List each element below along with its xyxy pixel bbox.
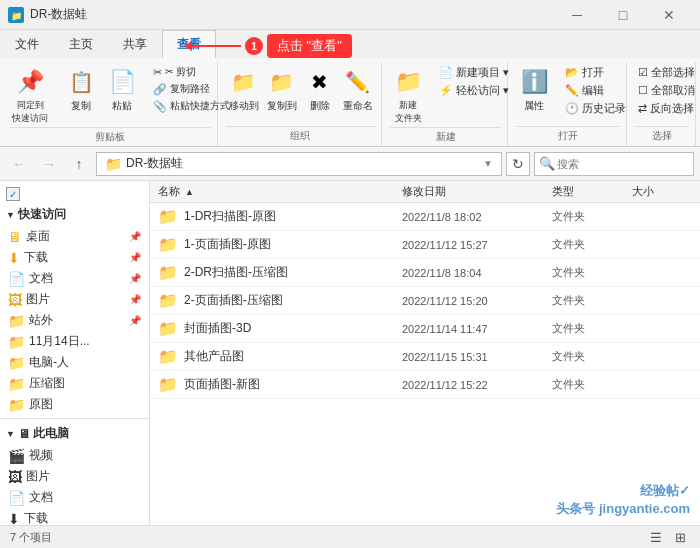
edit-icon: ✏️ [565,84,579,97]
invert-select-button[interactable]: ⇄ 反向选择 [635,100,698,117]
documents-label: 文档 [29,489,53,506]
copy-label: 复制 [71,99,91,113]
this-pc-icon: 🖥 [18,427,30,441]
compressed-icon: 📁 [8,376,25,392]
sidebar-divider [0,418,149,419]
file-name-5: 📁 其他产品图 [158,347,402,366]
copy-icon: 📋 [65,66,97,98]
delete-button[interactable]: ✖ 删除 [302,64,338,115]
organize-group: 📁 移动到 📁 复制到 ✖ 删除 ✏️ 重命名 组织 [220,62,383,146]
this-pc-label: 此电脑 [33,425,69,442]
new-folder-button[interactable]: 📁 新建文件夹 [390,64,426,127]
move-button[interactable]: 📁 移动到 [226,64,262,115]
file-row[interactable]: 📁 1-页面插图-原图 2022/11/12 15:27 文件夹 [150,231,700,259]
file-row[interactable]: 📁 其他产品图 2022/11/15 15:31 文件夹 [150,343,700,371]
select-none-button[interactable]: ☐ 全部取消 [635,82,698,99]
pin-button[interactable]: 📌 同定到快速访问 [10,64,50,127]
folder-icon-5: 📁 [158,347,178,366]
cut-icon: ✂ [153,66,162,79]
file-date-1: 2022/11/12 15:27 [402,239,552,251]
col-name[interactable]: 名称 ▲ [158,184,402,199]
copy-to-label: 复制到 [267,99,297,113]
open-button[interactable]: 📂 打开 [562,64,629,81]
new-group: 📁 新建文件夹 📄 新建项目 ▾ ⚡ 轻松访问 ▾ 新建 [384,62,508,146]
quick-check[interactable]: ✓ [6,187,20,201]
this-pc-header[interactable]: ▼ 🖥 此电脑 [0,422,149,445]
col-type[interactable]: 类型 [552,184,632,199]
back-button[interactable]: ← [6,151,32,177]
sidebar-item-pc-person[interactable]: 📁 电脑-人 [0,352,149,373]
file-row[interactable]: 📁 1-DR扫描图-原图 2022/11/8 18:02 文件夹 [150,203,700,231]
refresh-button[interactable]: ↻ [506,152,530,176]
sidebar-item-documents[interactable]: 📄 文档 [0,487,149,508]
file-row[interactable]: 📁 2-页面插图-压缩图 2022/11/12 15:20 文件夹 [150,287,700,315]
quick-access-button[interactable]: ⚡ 轻松访问 ▾ [436,82,512,99]
quick-access-icon: ⚡ [439,84,453,97]
address-path[interactable]: 📁 DR-数据蛙 ▼ [96,152,502,176]
file-row[interactable]: 📁 2-DR扫描图-压缩图 2022/11/8 18:04 文件夹 [150,259,700,287]
history-button[interactable]: 🕐 历史记录 [562,100,629,117]
images-icon: 🖼 [8,469,22,485]
forward-button[interactable]: → [36,151,62,177]
paste-label: 粘贴 [112,99,132,113]
close-button[interactable]: ✕ [646,0,692,30]
history-icon: 🕐 [565,102,579,115]
pin-indicator-4: 📌 [129,315,141,326]
search-box[interactable]: 🔍 [534,152,694,176]
minimize-button[interactable]: ─ [554,0,600,30]
tab-view[interactable]: 查看 [162,30,216,58]
up-button[interactable]: ↑ [66,151,92,177]
file-row[interactable]: 📁 封面插图-3D 2022/11/14 11:47 文件夹 [150,315,700,343]
sidebar-item-videos[interactable]: 🎬 视频 [0,445,149,466]
file-row[interactable]: 📁 页面插图-新图 2022/11/12 15:22 文件夹 [150,371,700,399]
downloads-icon: ⬇ [8,511,20,526]
col-size[interactable]: 大小 [632,184,692,199]
sidebar: ✓ ▼ 快速访问 🖥 桌面 📌 ⬇ 下载 📌 📄 文档 📌 🖼 图片 📌 [0,181,150,525]
rename-button[interactable]: ✏️ 重命名 [340,64,376,115]
file-type-1: 文件夹 [552,237,632,252]
sidebar-item-nov14[interactable]: 📁 11月14日... [0,331,149,352]
tab-home[interactable]: 主页 [54,30,108,58]
quick-access-header[interactable]: ▼ 快速访问 [0,203,149,226]
new-item-label: 新建项目 ▾ [456,65,509,80]
details-view-button[interactable]: ☰ [646,528,666,548]
copy-to-button[interactable]: 📁 复制到 [264,64,300,115]
search-input[interactable] [557,158,689,170]
title-bar: 📁 DR-数据蛙 ─ □ ✕ [0,0,700,30]
select-all-button[interactable]: ☑ 全部选择 [635,64,698,81]
sidebar-item-images[interactable]: 🖼 图片 [0,466,149,487]
select-content: ☑ 全部选择 ☐ 全部取消 ⇄ 反向选择 [635,62,689,126]
sidebar-item-desktop[interactable]: 🖥 桌面 📌 [0,226,149,247]
original-label: 原图 [29,396,53,413]
window-title: DR-数据蛙 [30,6,87,23]
file-name-3: 📁 2-页面插图-压缩图 [158,291,402,310]
sidebar-item-compressed[interactable]: 📁 压缩图 [0,373,149,394]
organize-content: 📁 移动到 📁 复制到 ✖ 删除 ✏️ 重命名 [226,62,376,126]
col-date[interactable]: 修改日期 [402,184,552,199]
select-all-icon: ☑ [638,66,648,79]
sidebar-item-outside[interactable]: 📁 站外 📌 [0,310,149,331]
pin-indicator-0: 📌 [129,231,141,242]
tab-share[interactable]: 共享 [108,30,162,58]
images-label: 图片 [26,468,50,485]
file-date-3: 2022/11/12 15:20 [402,295,552,307]
select-col: ☑ 全部选择 ☐ 全部取消 ⇄ 反向选择 [635,64,698,117]
quick-access-label: 快速访问 [18,206,66,223]
original-icon: 📁 [8,397,25,413]
sidebar-item-docs[interactable]: 📄 文档 📌 [0,268,149,289]
paste-button[interactable]: 📄 粘贴 [104,64,140,115]
sidebar-item-pictures[interactable]: 🖼 图片 📌 [0,289,149,310]
maximize-button[interactable]: □ [600,0,646,30]
sidebar-item-original[interactable]: 📁 原图 [0,394,149,415]
edit-button[interactable]: ✏️ 编辑 [562,82,629,99]
properties-button[interactable]: ℹ️ 属性 [516,64,552,115]
tab-file[interactable]: 文件 [0,30,54,58]
ribbon: 文件 主页 共享 查看 1 点击 "查看" 📌 同定到快速访问 [0,30,700,147]
new-item-button[interactable]: 📄 新建项目 ▾ [436,64,512,81]
copy-button[interactable]: 📋 复制 [60,64,102,115]
sidebar-item-download[interactable]: ⬇ 下载 📌 [0,247,149,268]
file-list: 名称 ▲ 修改日期 类型 大小 📁 1-DR扫描图-原图 2022/11/8 1… [150,181,700,525]
file-date-2: 2022/11/8 18:04 [402,267,552,279]
large-icons-view-button[interactable]: ⊞ [670,528,690,548]
sidebar-item-downloads[interactable]: ⬇ 下载 [0,508,149,525]
